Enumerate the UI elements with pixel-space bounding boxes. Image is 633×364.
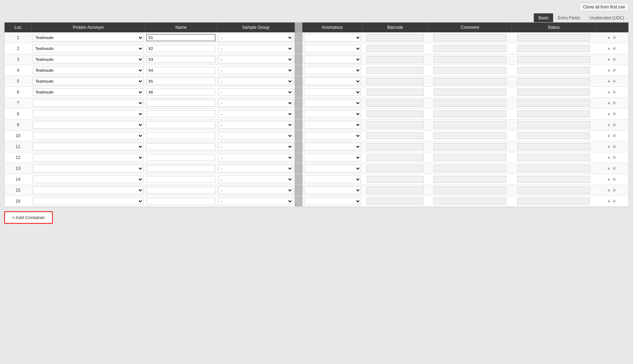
add-row-button[interactable]: + — [606, 68, 611, 73]
name-input[interactable] — [146, 165, 215, 172]
protein-acronym-select[interactable]: TestInsulin — [33, 45, 144, 52]
barcode-input[interactable] — [367, 89, 423, 96]
anomalous-select[interactable] — [304, 88, 361, 96]
sample-group-select[interactable]: - — [218, 56, 293, 63]
anomalous-select[interactable] — [304, 132, 361, 140]
add-row-button[interactable]: + — [606, 111, 611, 117]
comment-input[interactable] — [433, 154, 506, 161]
sample-group-select[interactable]: - — [218, 132, 293, 140]
remove-row-button[interactable]: ✕ — [611, 57, 618, 62]
remove-row-button[interactable]: ✕ — [611, 198, 618, 204]
status-input[interactable] — [517, 78, 590, 85]
anomalous-select[interactable] — [304, 154, 361, 161]
barcode-input[interactable] — [367, 198, 423, 205]
protein-acronym-select[interactable] — [33, 121, 144, 129]
protein-acronym-select[interactable] — [33, 99, 144, 107]
add-row-button[interactable]: + — [606, 133, 611, 139]
add-row-button[interactable]: + — [606, 122, 611, 128]
status-input[interactable] — [517, 34, 590, 41]
anomalous-select[interactable] — [304, 45, 361, 52]
anomalous-select[interactable] — [304, 165, 361, 172]
add-row-button[interactable]: + — [606, 198, 611, 204]
status-input[interactable] — [517, 132, 590, 139]
remove-row-button[interactable]: ✕ — [611, 35, 618, 40]
protein-acronym-select[interactable]: TestInsulin — [33, 88, 144, 96]
status-input[interactable] — [517, 154, 590, 161]
remove-row-button[interactable]: ✕ — [611, 89, 618, 95]
protein-acronym-select[interactable]: TestInsulin — [33, 77, 144, 85]
remove-row-button[interactable]: ✕ — [611, 68, 618, 73]
sample-group-select[interactable]: - — [218, 143, 293, 151]
comment-input[interactable] — [433, 198, 506, 205]
name-input[interactable] — [146, 78, 215, 85]
add-row-button[interactable]: + — [606, 155, 611, 160]
add-row-button[interactable]: + — [606, 144, 611, 149]
name-input[interactable] — [146, 89, 215, 96]
sample-group-select[interactable]: - — [218, 34, 293, 41]
anomalous-select[interactable] — [304, 143, 361, 151]
anomalous-select[interactable] — [304, 66, 361, 74]
anomalous-select[interactable] — [304, 77, 361, 85]
name-input[interactable] — [146, 121, 215, 128]
sample-group-select[interactable]: - — [218, 121, 293, 129]
barcode-input[interactable] — [367, 187, 423, 194]
sample-group-select[interactable]: - — [218, 88, 293, 96]
name-input[interactable] — [146, 187, 215, 194]
protein-acronym-select[interactable] — [33, 154, 144, 161]
comment-input[interactable] — [433, 176, 506, 183]
comment-input[interactable] — [433, 121, 506, 128]
sample-group-select[interactable]: - — [218, 66, 293, 74]
barcode-input[interactable] — [367, 56, 423, 63]
remove-row-button[interactable]: ✕ — [611, 177, 618, 182]
status-input[interactable] — [517, 187, 590, 194]
comment-input[interactable] — [433, 34, 506, 41]
name-input[interactable] — [146, 198, 215, 205]
protein-acronym-select[interactable] — [33, 143, 144, 151]
protein-acronym-select[interactable] — [33, 165, 144, 172]
remove-row-button[interactable]: ✕ — [611, 111, 618, 117]
protein-acronym-select[interactable]: TestInsulin — [33, 66, 144, 74]
status-input[interactable] — [517, 165, 590, 172]
anomalous-select[interactable] — [304, 175, 361, 183]
barcode-input[interactable] — [367, 121, 423, 128]
name-input[interactable] — [146, 154, 215, 161]
status-input[interactable] — [517, 176, 590, 183]
anomalous-select[interactable] — [304, 110, 361, 118]
status-input[interactable] — [517, 143, 590, 150]
remove-row-button[interactable]: ✕ — [611, 100, 618, 106]
add-row-button[interactable]: + — [606, 89, 611, 95]
anomalous-select[interactable] — [304, 197, 361, 205]
name-input[interactable] — [146, 34, 215, 41]
barcode-input[interactable] — [367, 78, 423, 85]
sample-group-select[interactable]: - — [218, 45, 293, 52]
clone-all-button[interactable]: Clone all from first row — [579, 3, 629, 11]
barcode-input[interactable] — [367, 154, 423, 161]
add-row-button[interactable]: + — [606, 46, 611, 51]
remove-row-button[interactable]: ✕ — [611, 187, 618, 193]
protein-acronym-select[interactable] — [33, 110, 144, 118]
sample-group-select[interactable]: - — [218, 186, 293, 194]
barcode-input[interactable] — [367, 45, 423, 52]
status-input[interactable] — [517, 110, 590, 117]
remove-row-button[interactable]: ✕ — [611, 166, 618, 171]
name-input[interactable] — [146, 45, 215, 52]
add-container-button[interactable]: + Add Container — [4, 211, 53, 224]
comment-input[interactable] — [433, 89, 506, 96]
status-input[interactable] — [517, 45, 590, 52]
barcode-input[interactable] — [367, 165, 423, 172]
name-input[interactable] — [146, 110, 215, 117]
sample-group-select[interactable]: - — [218, 154, 293, 161]
name-input[interactable] — [146, 100, 215, 107]
remove-row-button[interactable]: ✕ — [611, 144, 618, 149]
tab-extra-fields[interactable]: Extra Fields — [553, 13, 584, 22]
add-row-button[interactable]: + — [606, 35, 611, 40]
add-row-button[interactable]: + — [606, 166, 611, 171]
sample-group-select[interactable]: - — [218, 99, 293, 107]
add-row-button[interactable]: + — [606, 78, 611, 84]
status-input[interactable] — [517, 198, 590, 205]
protein-acronym-select[interactable] — [33, 197, 144, 205]
remove-row-button[interactable]: ✕ — [611, 155, 618, 160]
barcode-input[interactable] — [367, 176, 423, 183]
sample-group-select[interactable]: - — [218, 165, 293, 172]
tab-unattended[interactable]: Unattended (UDC) — [585, 13, 629, 22]
